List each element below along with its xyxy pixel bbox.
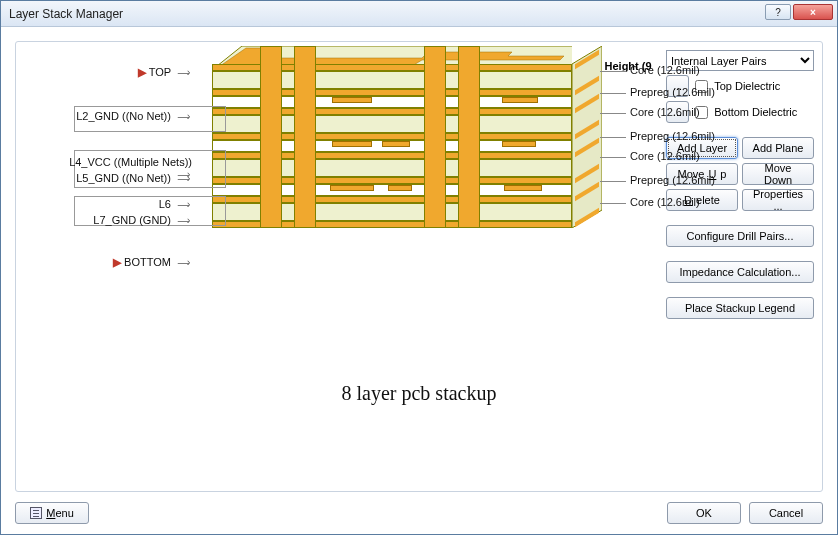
menu-icon — [30, 507, 42, 519]
place-stackup-legend-button[interactable]: Place Stackup Legend — [666, 297, 814, 319]
material-label: Prepreg (12.6mil) — [600, 86, 715, 98]
impedance-calculation-button[interactable]: Impedance Calculation... — [666, 261, 814, 283]
material-label: Core (12.6mil) — [600, 196, 700, 208]
top-dielectric-label: Top Dielectric — [714, 80, 780, 92]
diagram-caption: 8 layer pcb stackup — [342, 382, 497, 405]
ok-button[interactable]: OK — [667, 502, 741, 524]
stack-side-face — [572, 46, 602, 228]
stackup-diagram: ▶ TOP —› L2_GND ((No Net)) —› L4_VCC ((M… — [52, 64, 668, 344]
cancel-button[interactable]: Cancel — [749, 502, 823, 524]
close-button[interactable]: × — [793, 4, 833, 20]
material-label: Core (12.6mil) — [600, 64, 700, 76]
window-title: Layer Stack Manager — [9, 7, 123, 21]
layer-label-l7: L7_GND (GND) —› — [52, 214, 192, 226]
bottom-dielectric-label: Bottom Dielectric — [714, 106, 797, 118]
material-label: Core (12.6mil) — [600, 106, 700, 118]
menu-button[interactable]: Menu — [15, 502, 89, 524]
add-plane-button[interactable]: Add Plane — [742, 137, 814, 159]
material-label: Prepreg (12.6mil) — [600, 130, 715, 142]
layer-label-bottom: ▶ BOTTOM —› — [52, 256, 192, 269]
properties-button[interactable]: Properties ... — [742, 189, 814, 211]
help-button[interactable]: ? — [765, 4, 791, 20]
material-label: Prepreg (12.6mil) — [600, 174, 715, 186]
layer-label-l6: L6 —› — [52, 198, 192, 210]
material-label: Core (12.6mil) — [600, 150, 700, 162]
move-down-button[interactable]: Move Down — [742, 163, 814, 185]
configure-drill-pairs-button[interactable]: Configure Drill Pairs... — [666, 225, 814, 247]
layer-label-l2: L2_GND ((No Net)) —› — [52, 110, 192, 122]
main-frame: Total Height (9 Internal Layer Pairs ...… — [15, 41, 823, 492]
layer-label-l5: L5_GND ((No Net)) —› — [52, 172, 192, 184]
layer-label-top: ▶ TOP —› — [52, 66, 192, 79]
titlebar: Layer Stack Manager ? × — [1, 1, 837, 27]
